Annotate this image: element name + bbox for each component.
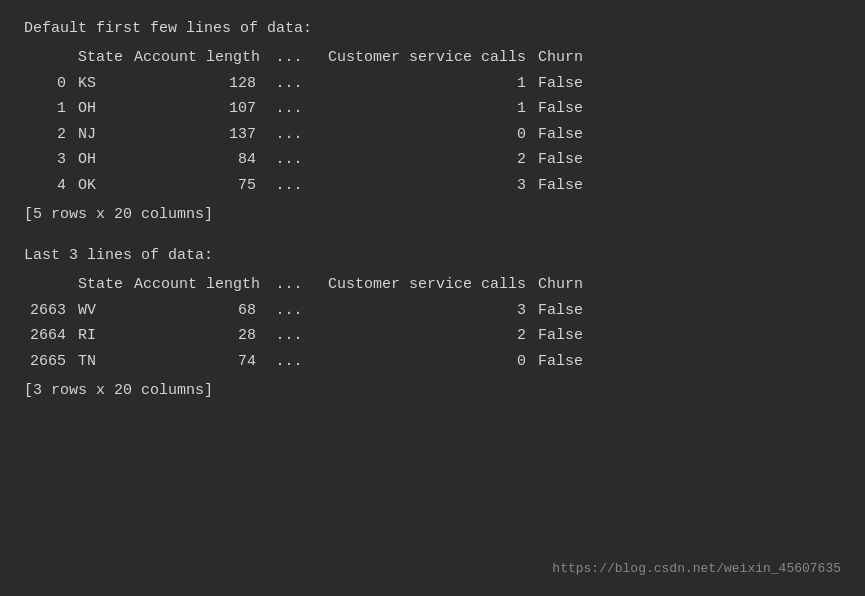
cell-service: 0 — [314, 349, 534, 375]
section2-rows: 2663 WV 68 ... 3 False 2664 RI 28 ... 2 … — [24, 298, 841, 375]
section2-summary: [3 rows x 20 columns] — [24, 382, 841, 399]
header2-account: Account length — [134, 272, 264, 298]
section1-title: Default first few lines of data: — [24, 20, 841, 37]
header-service: Customer service calls — [314, 45, 534, 71]
cell-churn: False — [534, 122, 604, 148]
cell-index: 0 — [24, 71, 74, 97]
cell-account: 74 — [134, 349, 264, 375]
cell-churn: False — [534, 323, 604, 349]
cell-index: 4 — [24, 173, 74, 199]
table-row: 1 OH 107 ... 1 False — [24, 96, 841, 122]
cell-index: 2663 — [24, 298, 74, 324]
cell-service: 2 — [314, 323, 534, 349]
section2-table: State Account length ... Customer servic… — [24, 272, 841, 374]
cell-index: 2 — [24, 122, 74, 148]
header2-ellipsis: ... — [264, 272, 314, 298]
cell-account: 107 — [134, 96, 264, 122]
cell-churn: False — [534, 96, 604, 122]
table-row: 2665 TN 74 ... 0 False — [24, 349, 841, 375]
watermark: https://blog.csdn.net/weixin_45607635 — [552, 561, 841, 576]
section1-table: State Account length ... Customer servic… — [24, 45, 841, 198]
header2-service: Customer service calls — [314, 272, 534, 298]
section2-title: Last 3 lines of data: — [24, 247, 841, 264]
cell-state: WV — [74, 298, 134, 324]
cell-index: 3 — [24, 147, 74, 173]
cell-ellipsis: ... — [264, 71, 314, 97]
cell-state: RI — [74, 323, 134, 349]
cell-churn: False — [534, 147, 604, 173]
cell-account: 28 — [134, 323, 264, 349]
cell-service: 1 — [314, 71, 534, 97]
cell-ellipsis: ... — [264, 122, 314, 148]
cell-state: OH — [74, 96, 134, 122]
cell-service: 1 — [314, 96, 534, 122]
cell-account: 137 — [134, 122, 264, 148]
cell-state: OH — [74, 147, 134, 173]
cell-index: 1 — [24, 96, 74, 122]
section2: Last 3 lines of data: State Account leng… — [24, 247, 841, 399]
header-state: State — [74, 45, 134, 71]
section1: Default first few lines of data: State A… — [24, 20, 841, 223]
cell-ellipsis: ... — [264, 173, 314, 199]
cell-ellipsis: ... — [264, 349, 314, 375]
section1-header: State Account length ... Customer servic… — [24, 45, 841, 71]
cell-service: 0 — [314, 122, 534, 148]
cell-account: 128 — [134, 71, 264, 97]
table-row: 2663 WV 68 ... 3 False — [24, 298, 841, 324]
table-row: 4 OK 75 ... 3 False — [24, 173, 841, 199]
cell-ellipsis: ... — [264, 147, 314, 173]
cell-state: NJ — [74, 122, 134, 148]
cell-state: OK — [74, 173, 134, 199]
cell-index: 2665 — [24, 349, 74, 375]
cell-service: 3 — [314, 173, 534, 199]
section1-summary: [5 rows x 20 columns] — [24, 206, 841, 223]
cell-state: KS — [74, 71, 134, 97]
cell-churn: False — [534, 173, 604, 199]
table-row: 0 KS 128 ... 1 False — [24, 71, 841, 97]
cell-ellipsis: ... — [264, 323, 314, 349]
cell-index: 2664 — [24, 323, 74, 349]
cell-churn: False — [534, 71, 604, 97]
table-row: 3 OH 84 ... 2 False — [24, 147, 841, 173]
cell-ellipsis: ... — [264, 96, 314, 122]
header2-state: State — [74, 272, 134, 298]
cell-account: 84 — [134, 147, 264, 173]
section1-rows: 0 KS 128 ... 1 False 1 OH 107 ... 1 Fals… — [24, 71, 841, 199]
header2-churn: Churn — [534, 272, 604, 298]
header-ellipsis: ... — [264, 45, 314, 71]
cell-service: 2 — [314, 147, 534, 173]
header-index — [24, 45, 74, 71]
table-row: 2664 RI 28 ... 2 False — [24, 323, 841, 349]
cell-churn: False — [534, 349, 604, 375]
cell-account: 75 — [134, 173, 264, 199]
header-churn: Churn — [534, 45, 604, 71]
header-account: Account length — [134, 45, 264, 71]
table-row: 2 NJ 137 ... 0 False — [24, 122, 841, 148]
header2-index — [24, 272, 74, 298]
cell-ellipsis: ... — [264, 298, 314, 324]
section2-header: State Account length ... Customer servic… — [24, 272, 841, 298]
cell-churn: False — [534, 298, 604, 324]
cell-service: 3 — [314, 298, 534, 324]
cell-state: TN — [74, 349, 134, 375]
cell-account: 68 — [134, 298, 264, 324]
